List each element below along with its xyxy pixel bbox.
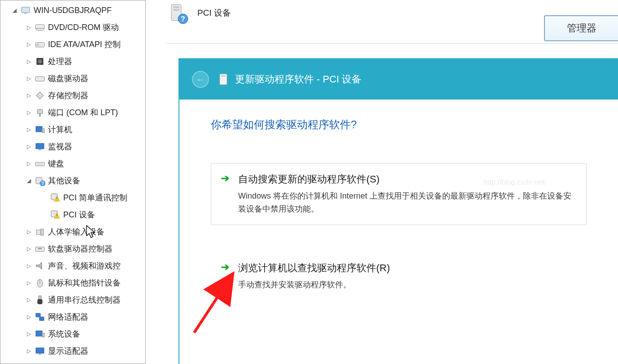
svg-rect-11 <box>36 126 42 132</box>
svg-rect-0 <box>22 7 30 13</box>
tree-item-label: DVD/CD-ROM 驱动 <box>48 22 119 33</box>
tree-item-pci-device[interactable]: ! PCI 设备 <box>0 206 145 223</box>
svg-rect-35 <box>36 331 42 336</box>
svg-rect-3 <box>35 25 44 28</box>
svg-rect-37 <box>36 348 44 353</box>
option-title: 自动搜索更新的驱动程序软件(S) <box>238 173 574 186</box>
dialog-titlebar: ← 更新驱动程序软件 - PCI 设备 <box>179 59 618 100</box>
tree-item-label: 软盘驱动器控制器 <box>48 243 113 254</box>
expand-icon[interactable]: ▷ <box>26 314 32 320</box>
manager-tab[interactable]: 管理器 <box>544 15 618 41</box>
tree-item-label: 存储控制器 <box>48 90 88 101</box>
floppy-icon <box>35 243 45 254</box>
expand-icon[interactable]: ▷ <box>26 126 32 133</box>
expand-icon[interactable]: ▷ <box>26 246 32 252</box>
expand-icon[interactable]: ▷ <box>26 280 32 286</box>
tree-item-system[interactable]: ▷ 系统设备 <box>0 325 145 342</box>
network-icon <box>35 312 45 322</box>
tree-item-label: 键盘 <box>48 158 64 169</box>
warning-device-icon: ! <box>50 192 61 203</box>
tree-item-cpu[interactable]: ▷ 处理器 <box>0 53 145 70</box>
tree-item-storage[interactable]: ▷ 存储控制器 <box>0 87 145 104</box>
dialog-body: 你希望如何搜索驱动程序软件? ➔ 自动搜索更新的驱动程序软件(S) Window… <box>179 100 618 300</box>
expand-icon[interactable]: ▷ <box>26 160 32 167</box>
svg-text:?: ? <box>181 15 185 23</box>
other-devices-icon: ? <box>35 175 45 186</box>
svg-rect-32 <box>36 313 40 317</box>
tree-root[interactable]: ◢ WIN-U5DGBJRAQPF <box>0 2 145 19</box>
svg-rect-9 <box>37 109 43 114</box>
svg-rect-8 <box>35 77 44 81</box>
tree-item-keyboard[interactable]: ▷ 键盘 <box>0 155 145 172</box>
tree-item-other-devices[interactable]: ◢ ? 其他设备 <box>0 172 145 189</box>
svg-rect-10 <box>39 114 41 117</box>
svg-text:!: ! <box>57 197 58 202</box>
tree-item-mouse[interactable]: ▷ 鼠标和其他指针设备 <box>0 274 145 291</box>
tree-item-computer[interactable]: ▷ 计算机 <box>0 121 145 138</box>
expand-icon[interactable]: ▷ <box>26 109 32 116</box>
arrow-right-icon: ➔ <box>221 261 229 273</box>
tree-item-hid[interactable]: ▷ 人体学输入设备 <box>0 223 145 240</box>
tree-item-ports[interactable]: ▷ 端口 (COM 和 LPT) <box>0 104 145 121</box>
expand-icon[interactable]: ▷ <box>26 297 32 303</box>
update-driver-dialog: ← 更新驱动程序软件 - PCI 设备 你希望如何搜索驱动程序软件? ➔ 自动搜… <box>178 58 618 364</box>
ide-icon <box>35 39 45 50</box>
dialog-question: 你希望如何搜索驱动程序软件? <box>211 117 587 132</box>
back-button[interactable]: ← <box>192 71 209 88</box>
svg-rect-31 <box>38 299 42 304</box>
content-header-title: PCI 设备 <box>197 7 231 19</box>
arrow-right-icon: ➔ <box>221 173 229 184</box>
expand-icon[interactable]: ▷ <box>26 41 32 48</box>
expand-icon[interactable]: ▷ <box>26 58 32 65</box>
warning-device-icon: ! <box>50 209 61 220</box>
tree-item-label: 其他设备 <box>48 175 80 186</box>
tree-item-sound[interactable]: ▷ 声音、视频和游戏控 <box>0 257 145 274</box>
collapse-icon[interactable]: ◢ <box>11 7 17 13</box>
option-auto-search[interactable]: ➔ 自动搜索更新的驱动程序软件(S) Windows 将在你的计算机和 Inte… <box>211 163 587 225</box>
tree-item-label: 鼠标和其他指针设备 <box>48 277 121 288</box>
tree-item-network[interactable]: ▷ 网络适配器 <box>0 308 145 325</box>
svg-rect-41 <box>173 9 179 11</box>
option-title: 浏览计算机以查找驱动程序软件(R) <box>238 261 574 275</box>
tree-item-floppy[interactable]: ▷ 软盘驱动器控制器 <box>0 240 145 257</box>
expand-icon[interactable]: ▷ <box>26 348 32 354</box>
display-icon <box>35 346 45 356</box>
expand-icon[interactable]: ▷ <box>26 143 32 150</box>
expand-icon[interactable]: ▷ <box>26 331 32 337</box>
expand-icon[interactable]: ▷ <box>26 263 32 269</box>
option-desc: Windows 将在你的计算机和 Internet 上查找用于相关设备的最新驱动… <box>238 190 574 216</box>
computer-root-icon <box>20 5 31 16</box>
expand-icon[interactable]: ▷ <box>26 92 32 99</box>
tree-root-label: WIN-U5DGBJRAQPF <box>34 6 112 15</box>
tree-item-disk[interactable]: ▷ 磁盘驱动器 <box>0 70 145 87</box>
dialog-title: 更新驱动程序软件 - PCI 设备 <box>235 73 361 86</box>
expand-icon[interactable]: ▷ <box>26 75 32 82</box>
device-tree-panel: ◢ WIN-U5DGBJRAQPF ▷ DVD/CD-ROM 驱动 ▷ IDE … <box>0 0 146 364</box>
tree-item-monitor[interactable]: ▷ 监视器 <box>0 138 145 155</box>
expand-icon[interactable]: ▷ <box>26 229 32 235</box>
expand-icon[interactable]: ▷ <box>26 24 32 30</box>
tree-item-display[interactable]: ▷ 显示适配器 <box>0 342 145 360</box>
back-arrow-icon: ← <box>196 74 205 85</box>
tree-item-label: 声音、视频和游戏控 <box>48 260 121 271</box>
tree-item-label: 处理器 <box>48 56 72 67</box>
tree-item-usb[interactable]: ▷ 通用串行总线控制器 <box>0 291 145 308</box>
tree-item-pci-comm[interactable]: ! PCI 简单通讯控制 <box>0 189 145 206</box>
dialog-device-icon <box>219 73 229 86</box>
usb-icon <box>35 295 45 305</box>
svg-rect-7 <box>38 60 42 63</box>
svg-rect-25 <box>41 229 44 235</box>
svg-rect-27 <box>38 248 42 249</box>
tree-item-dvd[interactable]: ▷ DVD/CD-ROM 驱动 <box>0 19 145 36</box>
collapse-icon[interactable]: ◢ <box>26 178 32 184</box>
svg-point-5 <box>36 43 39 46</box>
svg-text:!: ! <box>57 214 58 219</box>
option-browse-computer[interactable]: ➔ 浏览计算机以查找驱动程序软件(R) 手动查找并安装驱动程序软件。 <box>211 252 587 301</box>
tree-item-label: 监视器 <box>48 141 72 152</box>
tree-item-label: 显示适配器 <box>48 346 88 356</box>
tree-item-ide[interactable]: ▷ IDE ATA/ATAPI 控制 <box>0 36 145 53</box>
tree-item-label: PCI 设备 <box>63 209 95 220</box>
svg-rect-40 <box>173 6 179 8</box>
port-icon <box>35 107 45 118</box>
hid-icon <box>35 226 45 237</box>
